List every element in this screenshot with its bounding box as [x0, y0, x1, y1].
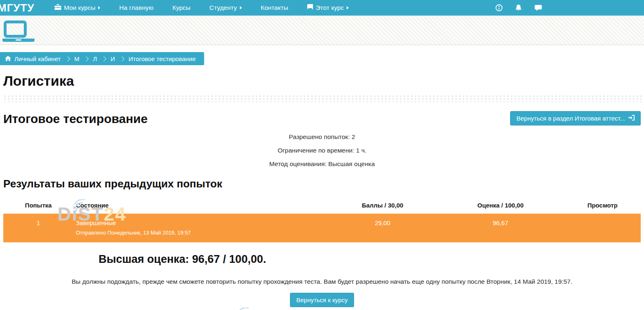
main-content: Логистика Итоговое тестирование Вернутьс…	[0, 73, 644, 307]
breadcrumb-item-l[interactable]: Л	[93, 55, 97, 62]
nav-item-home[interactable]: На главную	[110, 0, 163, 16]
attempt-state: Завершенные Отправлено Понедельник, 13 М…	[74, 214, 329, 242]
laptop-base	[2, 39, 34, 42]
wait-message: Вы должны подождать, прежде чем сможете …	[3, 278, 641, 285]
time-limit: Ограничение по времени: 1 ч.	[3, 144, 641, 157]
breadcrumb-label: Личный кабинет	[14, 55, 61, 62]
sign-in-icon	[628, 115, 635, 122]
home-icon	[5, 55, 11, 62]
quiz-info: Разрешено попыток: 2 Ограничение по врем…	[3, 130, 641, 171]
attempt-marks: 29,00	[329, 214, 437, 242]
breadcrumb-item-dashboard[interactable]: Личный кабинет	[5, 55, 61, 62]
nav-item-label: Мои курсы	[64, 4, 96, 11]
chevron-right-icon	[83, 56, 89, 62]
breadcrumb-item-i[interactable]: И	[110, 55, 115, 62]
compass-icon[interactable]	[495, 4, 503, 11]
nav-item-label: Студенту	[209, 4, 237, 11]
nav-item-student[interactable]: Студенту	[200, 0, 251, 16]
attempt-review	[564, 214, 641, 242]
nav-item-label: На главную	[119, 4, 153, 11]
brand-logo[interactable]: МГУТУ	[0, 2, 45, 14]
breadcrumb-label: Л	[93, 55, 97, 62]
quiz-section-header: Итоговое тестирование Вернуться в раздел…	[3, 111, 641, 127]
chat-icon[interactable]	[534, 5, 542, 11]
breadcrumb-label: М	[74, 55, 80, 62]
column-header-review: Просмотр	[564, 198, 641, 214]
nav-item-label: Этот курс	[316, 4, 344, 11]
breadcrumb-item-final-test: Итоговое тестирование	[129, 55, 196, 62]
nav-item-label: Контакты	[261, 4, 288, 11]
laptop-logo-icon[interactable]	[2, 21, 35, 42]
column-header-grade: Оценка / 100,00	[437, 198, 564, 214]
table-header-row: Попытка Состояние Баллы / 30,00 Оценка /…	[3, 198, 641, 214]
page-title: Логистика	[3, 73, 641, 89]
attempt-number: 1	[3, 214, 74, 242]
back-to-section-button[interactable]: Вернуться в раздел Итоговая аттест...	[510, 111, 641, 125]
bottom-button-wrap: Вернуться к курсу	[3, 293, 641, 307]
caret-right-icon	[240, 6, 242, 9]
column-header-marks: Баллы / 30,00	[329, 198, 437, 214]
attempts-allowed: Разрешено попыток: 2	[3, 130, 641, 144]
back-to-course-button[interactable]: Вернуться к курсу	[290, 293, 354, 307]
grading-method: Метод оценивания: Высшая оценка	[3, 157, 641, 171]
breadcrumb: Личный кабинет М Л И Итоговое тестирован…	[0, 52, 204, 65]
top-navbar: МГУТУ Мои курсы На главную Курсы Студент…	[0, 0, 644, 16]
breadcrumb-label: И	[110, 55, 115, 62]
state-detail: Отправлено Понедельник, 13 Май 2019, 19:…	[76, 229, 326, 237]
chevron-right-icon	[101, 56, 106, 62]
breadcrumb-label: Итоговое тестирование	[129, 55, 196, 62]
breadcrumb-item-m[interactable]: М	[74, 55, 80, 62]
quiz-title: Итоговое тестирование	[3, 111, 147, 127]
state-label: Завершенные	[76, 219, 326, 228]
table-row: 1 Завершенные Отправлено Понедельник, 13…	[3, 214, 641, 242]
nav-item-my-courses[interactable]: Мои курсы	[45, 0, 110, 16]
laptop-screen	[4, 21, 27, 38]
nav-item-this-course[interactable]: Этот курс	[298, 0, 359, 16]
nav-item-contacts[interactable]: Контакты	[251, 0, 298, 16]
back-to-section-label: Вернуться в раздел Итоговая аттест...	[516, 115, 625, 122]
nav-item-label: Курсы	[172, 4, 191, 11]
caret-right-icon	[347, 6, 349, 9]
book-icon	[307, 4, 313, 12]
back-to-course-label: Вернуться к курсу	[296, 296, 347, 303]
column-header-state: Состояние	[74, 198, 329, 214]
briefcase-icon	[55, 4, 61, 11]
attempt-grade: 96,67	[437, 214, 564, 242]
caret-right-icon	[98, 6, 100, 9]
chevron-right-icon	[65, 56, 70, 62]
nav-menu: Мои курсы На главную Курсы Студенту Конт…	[45, 0, 359, 16]
chevron-right-icon	[119, 56, 124, 62]
results-heading: Результаты ваших предыдущих попыток	[3, 177, 641, 190]
nav-item-courses[interactable]: Курсы	[163, 0, 200, 16]
header-band	[0, 16, 644, 45]
bell-icon[interactable]	[515, 4, 522, 11]
navbar-right-icons	[495, 4, 542, 11]
dotted-divider	[3, 94, 644, 102]
final-grade: Высшая оценка: 96,67 / 100,00.	[99, 253, 641, 266]
attempts-table: Попытка Состояние Баллы / 30,00 Оценка /…	[3, 198, 641, 242]
column-header-attempt: Попытка	[3, 198, 74, 214]
